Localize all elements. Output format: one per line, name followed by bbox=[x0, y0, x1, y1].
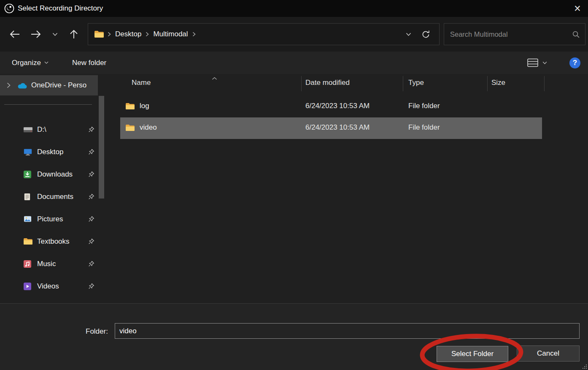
chevron-right-icon bbox=[146, 32, 149, 37]
sort-ascending-icon bbox=[212, 74, 217, 82]
pin-icon[interactable] bbox=[88, 149, 94, 157]
forward-button[interactable] bbox=[25, 24, 46, 44]
breadcrumb-item[interactable]: Multimodal bbox=[153, 30, 188, 38]
column-divider[interactable] bbox=[544, 76, 545, 91]
toolbar-right-group: ? bbox=[526, 55, 580, 71]
column-header-size[interactable]: Size bbox=[491, 79, 505, 87]
chevron-right-icon bbox=[108, 32, 111, 37]
dialog-content: OneDrive - Perso D:\ Desktop Downloads D… bbox=[0, 74, 588, 303]
sidebar-item-label: Pictures bbox=[37, 215, 63, 223]
sidebar-item-label: Downloads bbox=[37, 170, 73, 179]
folder-icon bbox=[125, 102, 135, 110]
sidebar-item-label: OneDrive - Perso bbox=[31, 81, 86, 90]
sidebar-item[interactable]: Textbooks bbox=[0, 230, 110, 253]
sidebar-scrollbar-thumb[interactable] bbox=[99, 96, 104, 199]
breadcrumb-folder-icon bbox=[94, 30, 104, 38]
window-title: Select Recording Directory bbox=[18, 4, 103, 13]
dialog-footer: Folder: Select Folder Cancel bbox=[0, 303, 588, 370]
column-divider[interactable] bbox=[403, 76, 403, 91]
pin-icon[interactable] bbox=[88, 238, 94, 246]
pin-icon[interactable] bbox=[88, 171, 94, 179]
sidebar-item-icon bbox=[23, 260, 33, 268]
sidebar-item-label: Videos bbox=[37, 282, 59, 291]
search-icon[interactable] bbox=[572, 30, 580, 38]
pin-icon[interactable] bbox=[88, 126, 94, 134]
close-button[interactable]: × bbox=[567, 0, 588, 17]
folder-field-label: Folder: bbox=[86, 327, 108, 336]
refresh-icon[interactable] bbox=[416, 24, 435, 44]
sidebar-item-icon bbox=[23, 193, 33, 201]
sidebar-item[interactable]: Documents bbox=[0, 185, 110, 208]
file-date-modified: 6/24/2023 10:53 AM bbox=[305, 102, 370, 110]
sidebar-item-icon bbox=[23, 215, 33, 223]
sidebar-item-icon bbox=[23, 148, 33, 156]
sidebar-divider bbox=[4, 104, 92, 105]
breadcrumb: Desktop Multimodal bbox=[114, 30, 199, 38]
navigation-pane: OneDrive - Perso D:\ Desktop Downloads D… bbox=[0, 74, 110, 303]
sidebar-item[interactable]: Pictures bbox=[0, 208, 110, 230]
sidebar-item-onedrive[interactable]: OneDrive - Perso bbox=[0, 75, 98, 95]
folder-icon bbox=[125, 124, 135, 132]
sidebar-item-label: Desktop bbox=[37, 148, 63, 156]
file-rows: log 6/24/2023 10:53 AM File folder video… bbox=[110, 96, 588, 139]
file-row[interactable]: log 6/24/2023 10:53 AM File folder bbox=[120, 96, 542, 117]
sidebar-item[interactable]: D:\ bbox=[0, 118, 110, 141]
sidebar-item-label: Textbooks bbox=[37, 237, 70, 246]
column-header-date-modified[interactable]: Date modified bbox=[305, 79, 350, 87]
up-button[interactable] bbox=[63, 24, 84, 44]
cancel-button[interactable]: Cancel bbox=[517, 346, 580, 362]
onedrive-cloud-icon bbox=[17, 82, 28, 89]
file-name: log bbox=[140, 102, 149, 110]
expand-chevron-icon[interactable] bbox=[0, 82, 17, 88]
address-history-dropdown[interactable] bbox=[400, 24, 416, 44]
resize-grip[interactable] bbox=[581, 363, 588, 370]
sidebar-item[interactable]: Music bbox=[0, 253, 110, 275]
sidebar-pinned-items: D:\ Desktop Downloads Documents Pictures bbox=[0, 118, 110, 297]
file-type: File folder bbox=[408, 102, 440, 110]
new-folder-button[interactable]: New folder bbox=[72, 59, 106, 67]
select-recording-directory-dialog: Select Recording Directory × Desktop Mul… bbox=[0, 0, 588, 370]
sidebar-item[interactable]: Videos bbox=[0, 275, 110, 297]
sidebar-item-icon bbox=[23, 125, 33, 134]
sidebar-item-icon bbox=[23, 237, 33, 246]
file-list: Name Date modified Type Size log 6/24/20… bbox=[110, 74, 588, 303]
help-button[interactable]: ? bbox=[569, 57, 580, 68]
select-folder-button[interactable]: Select Folder bbox=[437, 346, 508, 362]
pin-icon[interactable] bbox=[88, 193, 94, 201]
sidebar-item-label: D:\ bbox=[37, 125, 46, 134]
organize-label: Organize bbox=[12, 59, 41, 67]
sidebar-item-label: Documents bbox=[37, 193, 73, 201]
folder-name-input[interactable] bbox=[115, 323, 580, 339]
sidebar-item-icon bbox=[23, 170, 33, 179]
file-date-modified: 6/24/2023 10:53 AM bbox=[305, 123, 370, 132]
sidebar-item[interactable]: Downloads bbox=[0, 163, 110, 185]
column-header-name[interactable]: Name bbox=[132, 79, 151, 87]
command-toolbar: Organize New folder ? bbox=[0, 52, 588, 74]
recent-locations-dropdown[interactable] bbox=[46, 24, 63, 44]
file-row[interactable]: video 6/24/2023 10:53 AM File folder bbox=[120, 117, 542, 139]
search-input[interactable] bbox=[450, 30, 572, 38]
back-button[interactable] bbox=[4, 24, 25, 44]
view-dropdown-button[interactable] bbox=[540, 55, 549, 71]
column-header-type[interactable]: Type bbox=[408, 79, 424, 87]
navigation-bar: Desktop Multimodal bbox=[0, 17, 588, 52]
chevron-right-icon bbox=[192, 32, 196, 37]
pin-icon[interactable] bbox=[88, 283, 94, 291]
file-type: File folder bbox=[408, 123, 440, 132]
chevron-down-icon bbox=[44, 61, 49, 64]
obs-logo-icon bbox=[3, 3, 15, 14]
sidebar-item-icon bbox=[23, 282, 33, 291]
column-divider[interactable] bbox=[301, 76, 302, 91]
pin-icon[interactable] bbox=[88, 216, 94, 224]
breadcrumb-item[interactable]: Desktop bbox=[115, 30, 141, 38]
pin-icon[interactable] bbox=[88, 261, 94, 269]
column-divider[interactable] bbox=[487, 76, 488, 91]
sidebar-item-label: Music bbox=[37, 260, 56, 268]
address-bar[interactable]: Desktop Multimodal bbox=[88, 23, 440, 45]
organize-button[interactable]: Organize bbox=[12, 59, 49, 67]
file-name: video bbox=[140, 123, 157, 132]
change-view-button[interactable] bbox=[526, 55, 540, 71]
search-box bbox=[444, 23, 585, 45]
title-bar: Select Recording Directory × bbox=[0, 0, 588, 17]
sidebar-item[interactable]: Desktop bbox=[0, 141, 110, 163]
